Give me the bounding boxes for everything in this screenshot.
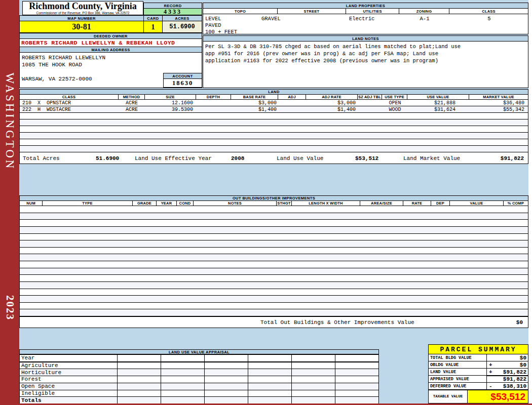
acres-value: 51.6900 bbox=[162, 21, 202, 33]
ob-col-area-size: AREA/SIZE bbox=[360, 200, 403, 206]
ps-op: + bbox=[489, 369, 492, 375]
land-row-use-value: $31,624 bbox=[407, 107, 463, 113]
ps-total-bldg-label: TOTAL BLDG VALUE bbox=[428, 354, 487, 361]
ps-amount: $0 bbox=[520, 355, 526, 361]
ps-appraised-label: APPRAISED VALUE bbox=[428, 375, 487, 383]
land-use-value: $53,512 bbox=[355, 155, 378, 161]
ps-taxable-value: $53,512 bbox=[467, 389, 528, 403]
land-properties-values: LEVEL PAVED 100 + FEET GRAVEL Electric A… bbox=[203, 14, 528, 34]
land-row-base-rate: $1,400 bbox=[231, 107, 277, 113]
appraisal-row-label: Agriculture bbox=[20, 362, 118, 369]
ps-deferred-label: DEFERRED VALUE bbox=[428, 382, 487, 390]
property-record-card: WASHINGTON 2023 Richmond County, Virgini… bbox=[0, 0, 532, 405]
county-title-box: Richmond County, Virginia Commissioner o… bbox=[22, 1, 143, 15]
sidebar-district-label: WASHINGTON bbox=[3, 73, 16, 171]
land-col-base-rate: BASE RATE bbox=[231, 94, 278, 100]
land-row-class: 222 H WDSTACRE bbox=[22, 107, 71, 113]
land-row-use-type: WOOD bbox=[382, 107, 408, 113]
ob-col-notes: NOTES bbox=[193, 200, 277, 206]
land-row-adj-rate: $3,000 bbox=[306, 100, 356, 106]
ps-op: + bbox=[489, 362, 492, 368]
ob-col-length-width: LENGTH X WIDTH bbox=[291, 200, 360, 206]
land-row-method: ACRE bbox=[119, 107, 145, 113]
land-col-class: CLASS bbox=[19, 94, 119, 100]
utilities-value: Electric bbox=[349, 16, 374, 22]
land-col-depth: DEPTH bbox=[196, 94, 231, 100]
sidebar-year-label: 2023 bbox=[4, 295, 16, 320]
ps-amount: $38,310 bbox=[503, 383, 526, 389]
record-value: 4333 bbox=[143, 8, 202, 15]
address-line: 1085 THE HOOK ROAD bbox=[22, 62, 82, 68]
land-notes-line: application #1163 for 2022 effective 200… bbox=[205, 58, 438, 64]
out-buildings-total-label: Total Out Buildings & Other Improvements… bbox=[260, 319, 414, 326]
land-table-body: 210 X OPNSTACR ACRE 12.1600 $3,000 $3,00… bbox=[19, 99, 528, 152]
appraisal-totals-label: Totals bbox=[20, 397, 118, 404]
ob-col-comp: % COMP bbox=[503, 200, 528, 206]
land-col-adj-rate: ADJ RATE bbox=[306, 94, 358, 100]
land-row-size: 39.5300 bbox=[145, 107, 196, 113]
ob-col-type: TYPE bbox=[42, 200, 133, 206]
land-col-adj: ADJ bbox=[278, 94, 306, 100]
ob-col-year: YEAR bbox=[156, 200, 177, 206]
ps-obldg-value: + $0 bbox=[486, 361, 528, 369]
ps-land-value: + $91,822 bbox=[486, 368, 528, 376]
land-col-use-type: USE TYPE bbox=[382, 94, 407, 100]
appraisal-row-label: Horticulture bbox=[20, 369, 118, 376]
card-value: 1 bbox=[143, 21, 163, 33]
ps-total-bldg-value: $0 bbox=[486, 354, 528, 361]
ps-appraised-value: $91,822 bbox=[486, 375, 528, 383]
land-col-method: METHOD bbox=[118, 94, 145, 100]
appraisal-table: Year Agriculture Horticulture Forest Ope… bbox=[19, 354, 379, 404]
ps-amount: $91,822 bbox=[503, 369, 526, 375]
address-line: ROBERTS RICHARD LLEWELLYN bbox=[22, 55, 105, 61]
land-row-adj-rate: $1,400 bbox=[306, 107, 356, 113]
ps-amount: $0 bbox=[520, 362, 526, 368]
ob-col-value: VALUE bbox=[449, 200, 504, 206]
ob-col-grade: GRADE bbox=[132, 200, 157, 206]
account-value: 18630 bbox=[163, 78, 202, 88]
land-market-value-label: Land Market Value bbox=[403, 155, 460, 161]
street-value: GRAVEL bbox=[261, 16, 281, 22]
land-properties-col-street: STREET bbox=[277, 8, 346, 14]
land-notes-line: Per SL 3-3D & DB 310-785 chged ac based … bbox=[205, 44, 461, 50]
commissioner-line: Commissioner of the Revenue, PO Box 366,… bbox=[23, 11, 143, 15]
land-properties-col-zoning: ZONING bbox=[399, 8, 449, 14]
land-totals-row: Total Acres 51.6900 Land Use Effective Y… bbox=[19, 152, 528, 164]
topo-value: LEVEL bbox=[205, 16, 221, 22]
land-properties-col-utilities: UTILITIES bbox=[346, 8, 399, 14]
land-row-base-rate: $3,000 bbox=[231, 100, 277, 106]
land-properties-col-topo: TOPO bbox=[203, 8, 278, 14]
ps-obldg-label: OBLDG VALUE bbox=[428, 361, 487, 369]
land-col-market-value: MARKET VALUE bbox=[469, 94, 528, 100]
ps-deferred-value: - $38,310 bbox=[486, 382, 528, 390]
out-buildings-total-value: $0 bbox=[476, 319, 526, 326]
topo-value: PAVED bbox=[205, 22, 221, 28]
ps-amount: $91,822 bbox=[503, 376, 526, 382]
ps-op: - bbox=[489, 383, 492, 389]
ps-taxable-label: TAXABLE VALUE bbox=[428, 389, 468, 403]
appraisal-row-label: Ineligible bbox=[20, 390, 118, 397]
address-line: WARSAW, VA 22572-0000 bbox=[22, 76, 92, 82]
county-title: Richmond County, Virginia bbox=[23, 2, 143, 11]
ob-col-num: NUM bbox=[19, 200, 43, 206]
land-row-market-value: $55,342 bbox=[469, 107, 526, 113]
map-number-value: 30-81 bbox=[19, 21, 144, 33]
ob-col-dep: DEP bbox=[431, 200, 450, 206]
zoning-value: A-1 bbox=[399, 16, 450, 22]
land-notes-box: Per SL 3-3D & DB 310-785 chged ac based … bbox=[203, 41, 528, 88]
land-row-use-value: $21,888 bbox=[407, 100, 463, 106]
land-row-method: ACRE bbox=[119, 100, 145, 106]
appraisal-title: LAND USE VALUE APPRAISAL bbox=[19, 349, 379, 354]
class-value: 5 bbox=[449, 16, 529, 22]
land-row-class: 210 X OPNSTACR bbox=[22, 100, 71, 106]
ps-land-label: LAND VALUE bbox=[428, 368, 487, 376]
topo-value: 100 + FEET bbox=[205, 29, 237, 35]
appraisal-row-label: Open Space bbox=[20, 383, 118, 390]
land-notes-title: LAND NOTES bbox=[203, 35, 528, 42]
land-properties-col-class: CLASS bbox=[449, 8, 528, 14]
ob-col-cond: COND bbox=[176, 200, 194, 206]
mailing-address-label: MAILING ADDRESS bbox=[19, 47, 202, 53]
appraisal-row-label: Forest bbox=[20, 376, 118, 383]
appraisal-row-label: Year bbox=[20, 355, 118, 362]
parcel-summary-title: PARCEL SUMMARY bbox=[428, 344, 528, 354]
